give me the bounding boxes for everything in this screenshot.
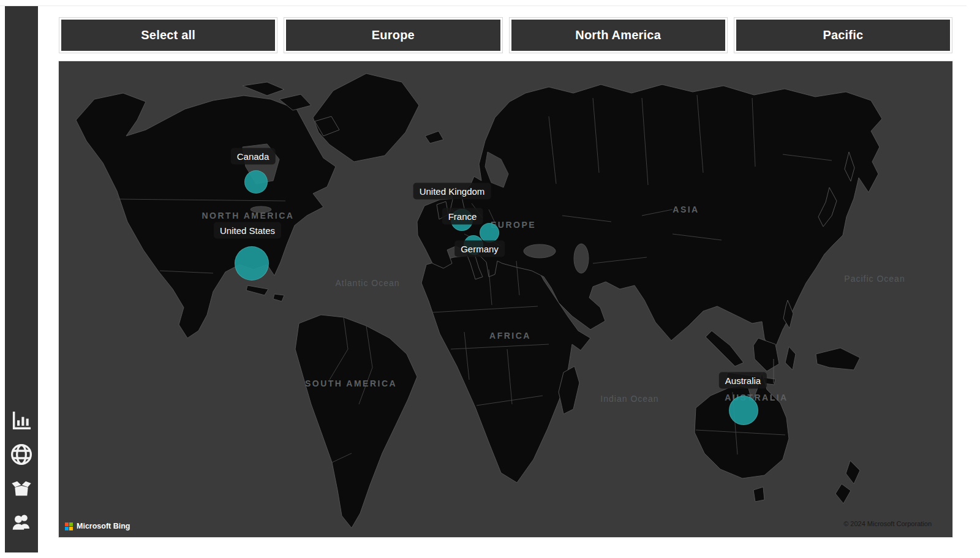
- slicer-button-select-all[interactable]: Select all: [59, 17, 277, 53]
- slicer-button-europe[interactable]: Europe: [284, 17, 502, 53]
- microsoft-logo-square: [69, 522, 73, 526]
- region-slicer-row: Select all Europe North America Pacific: [59, 17, 952, 53]
- microsoft-logo-square: [65, 522, 69, 526]
- microsoft-logo-square: [69, 527, 73, 530]
- data-bubble-germany[interactable]: [480, 223, 499, 243]
- bing-map-visual[interactable]: NORTH AMERICASOUTH AMERICAEUROPEAFRICAAS…: [59, 61, 952, 537]
- geo-label-north-america: NORTH AMERICA: [202, 211, 295, 221]
- map-overlays: NORTH AMERICASOUTH AMERICAEUROPEAFRICAAS…: [59, 61, 952, 537]
- data-bubble-united-states[interactable]: [235, 246, 269, 281]
- data-bubble-france[interactable]: [464, 235, 483, 255]
- slicer-button-label: Select all: [61, 20, 275, 51]
- country-label-chip-united-states: United States: [214, 222, 281, 239]
- map-copyright: © 2024 Microsoft Corporation: [843, 520, 932, 527]
- geo-label-pacific-ocean: Pacific Ocean: [844, 274, 905, 284]
- bing-logo-text: Microsoft Bing: [77, 522, 130, 530]
- slicer-button-label: Pacific: [736, 20, 950, 51]
- country-label-chip-australia: Australia: [719, 372, 767, 389]
- data-bubble-australia[interactable]: [729, 396, 758, 425]
- geo-label-atlantic-ocean: Atlantic Ocean: [335, 278, 399, 288]
- slicer-button-label: Europe: [286, 20, 500, 51]
- geo-label-south-america: SOUTH AMERICA: [305, 379, 397, 388]
- left-nav-rail: [5, 6, 38, 552]
- bar-chart-icon[interactable]: [9, 409, 34, 433]
- microsoft-logo-square: [65, 527, 69, 530]
- globe-icon[interactable]: [9, 442, 34, 467]
- slicer-button-pacific[interactable]: Pacific: [734, 17, 952, 53]
- data-bubble-canada[interactable]: [244, 170, 268, 194]
- geo-label-africa: AFRICA: [489, 331, 531, 341]
- country-label-chip-united-kingdom: United Kingdom: [413, 183, 491, 200]
- window-top-divider: [0, 6, 967, 6]
- slicer-button-north-america[interactable]: North America: [509, 17, 728, 53]
- bing-attribution[interactable]: Microsoft Bing: [65, 522, 130, 530]
- people-icon[interactable]: [9, 510, 34, 534]
- data-bubble-united-kingdom[interactable]: [451, 209, 473, 231]
- geo-label-indian-ocean: Indian Ocean: [600, 394, 658, 404]
- microsoft-logo-icon: [65, 522, 73, 530]
- slicer-button-label: North America: [511, 20, 725, 51]
- country-label-chip-canada: Canada: [231, 148, 276, 165]
- box-icon[interactable]: [9, 476, 34, 500]
- geo-label-asia: ASIA: [673, 205, 699, 214]
